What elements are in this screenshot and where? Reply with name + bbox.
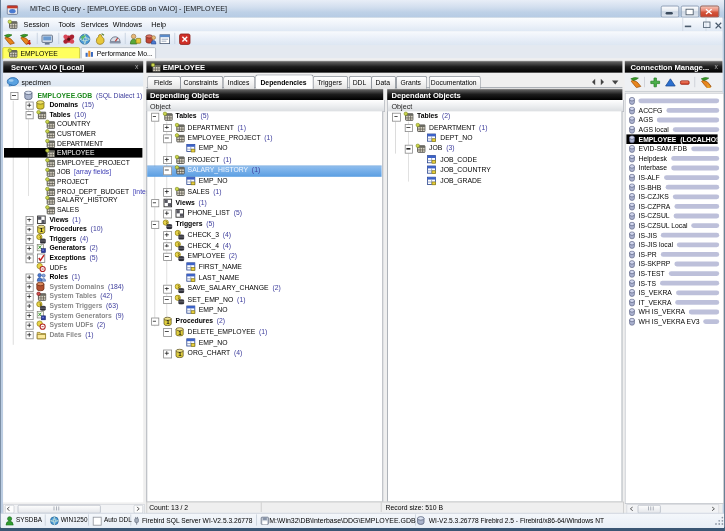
- svg-text:4: 4: [27, 38, 31, 45]
